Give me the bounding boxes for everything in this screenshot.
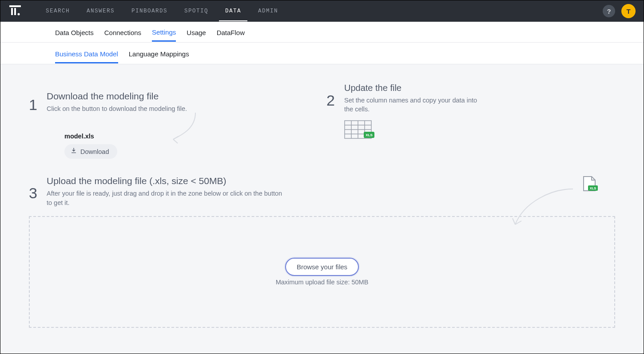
- browse-files-button[interactable]: Browse your files: [285, 258, 359, 276]
- subnav-connections[interactable]: Connections: [104, 23, 141, 42]
- step-1-number: 1: [29, 91, 39, 159]
- svg-rect-2: [14, 8, 16, 15]
- arrow-decor-icon: [169, 110, 200, 148]
- tab-business-data-model[interactable]: Business Data Model: [55, 43, 118, 63]
- top-nav: SEARCH ANSWERS PINBOARDS SPOTIQ DATA ADM…: [0, 0, 644, 22]
- svg-rect-1: [11, 8, 13, 15]
- nav-spotiq[interactable]: SPOTIQ: [178, 1, 215, 21]
- avatar[interactable]: T: [621, 4, 636, 18]
- nav-admin[interactable]: ADMIN: [252, 1, 284, 21]
- svg-rect-0: [9, 5, 21, 7]
- tab-language-mappings[interactable]: Language Mappings: [129, 43, 189, 63]
- spreadsheet-icon: XLS: [344, 120, 482, 142]
- step-3-title: Upload the modeling file (.xls, size < 5…: [47, 176, 286, 186]
- step-1-title: Download the modeling file: [47, 91, 187, 102]
- subnav: Data Objects Connections Settings Usage …: [0, 22, 644, 43]
- step-3-number: 3: [29, 176, 39, 207]
- subnav-data-objects[interactable]: Data Objects: [55, 23, 94, 42]
- svg-point-3: [18, 13, 20, 16]
- subnav-settings[interactable]: Settings: [152, 22, 176, 42]
- tertiary-nav: Business Data Model Language Mappings: [0, 43, 644, 64]
- model-file-name: model.xls: [64, 133, 187, 140]
- step-3: 3 Upload the modeling file (.xls, size <…: [29, 176, 615, 207]
- upload-dropzone[interactable]: Browse your files Maximum upload file si…: [29, 216, 615, 328]
- nav-pinboards[interactable]: PINBOARDS: [125, 1, 174, 21]
- download-button[interactable]: Download: [64, 144, 117, 159]
- nav-data[interactable]: DATA: [219, 1, 247, 21]
- svg-text:XLS: XLS: [366, 133, 373, 137]
- content-area: 1 Download the modeling file Click on th…: [0, 64, 644, 328]
- step-2: 2 Update the file Set the column names a…: [326, 91, 482, 159]
- step-3-desc: After your file is ready, just drag and …: [47, 189, 286, 207]
- step-1-desc: Click on the button to download the mode…: [47, 104, 187, 113]
- step-2-number: 2: [326, 91, 336, 159]
- logo-icon[interactable]: [8, 4, 22, 18]
- step-2-desc: Set the column names and copy your data …: [344, 96, 482, 114]
- step-1: 1 Download the modeling file Click on th…: [29, 91, 291, 159]
- download-button-label: Download: [80, 148, 109, 155]
- max-upload-size-text: Maximum upload file size: 50MB: [276, 279, 369, 286]
- step-2-title: Update the file: [344, 83, 482, 93]
- download-icon: [71, 148, 77, 155]
- help-icon[interactable]: ?: [603, 5, 615, 17]
- nav-search[interactable]: SEARCH: [40, 1, 76, 21]
- subnav-usage[interactable]: Usage: [187, 23, 206, 42]
- nav-answers[interactable]: ANSWERS: [80, 1, 121, 21]
- subnav-dataflow[interactable]: DataFlow: [217, 23, 245, 42]
- top-nav-items: SEARCH ANSWERS PINBOARDS SPOTIQ DATA ADM…: [40, 1, 284, 21]
